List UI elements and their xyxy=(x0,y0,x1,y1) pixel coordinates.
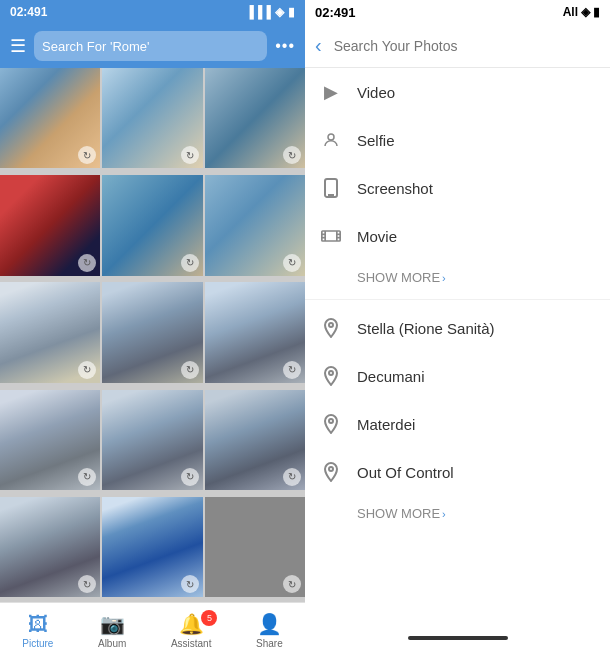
photo-cell[interactable]: ↻ xyxy=(102,497,202,597)
location-icon-1 xyxy=(319,316,343,340)
more-icon[interactable]: ••• xyxy=(275,37,295,55)
suggestion-location-stella[interactable]: Stella (Rione Sanità) xyxy=(305,304,610,352)
nav-picture[interactable]: 🖼 Picture xyxy=(22,613,53,649)
nav-assistant[interactable]: 🔔 5 Assistant xyxy=(171,612,212,649)
suggestion-location-materdei[interactable]: Materdei xyxy=(305,400,610,448)
svg-point-11 xyxy=(329,371,333,375)
right-panel: 02:491 All ◈ ▮ ‹ ▶ Video Selfie Screensh… xyxy=(305,0,610,658)
refresh-icon[interactable]: ↻ xyxy=(283,361,301,379)
left-status-icons: ▐▐▐ ◈ ▮ xyxy=(245,5,295,19)
screenshot-icon xyxy=(319,176,343,200)
photo-cell[interactable]: ↻ xyxy=(102,175,202,275)
photo-cell[interactable]: ↻ xyxy=(0,68,100,168)
nav-share-label: Share xyxy=(256,638,283,649)
photo-cell[interactable]: ↻ xyxy=(0,497,100,597)
suggestion-selfie[interactable]: Selfie xyxy=(305,116,610,164)
nav-share[interactable]: 👤 Share xyxy=(256,612,283,649)
left-search-box[interactable]: Search For 'Rome' xyxy=(34,31,267,61)
show-more-categories-button[interactable]: SHOW MORE › xyxy=(305,260,610,295)
picture-icon: 🖼 xyxy=(28,613,48,636)
refresh-icon[interactable]: ↻ xyxy=(181,361,199,379)
left-top-bar: ☰ Search For 'Rome' ••• xyxy=(0,24,305,68)
signal-icon: ▐▐▐ xyxy=(245,5,271,19)
photo-cell[interactable]: ↻ xyxy=(205,68,305,168)
refresh-icon[interactable]: ↻ xyxy=(181,146,199,164)
refresh-icon[interactable]: ↻ xyxy=(78,254,96,272)
bottom-nav: 🖼 Picture 📷 Album 🔔 5 Assistant 👤 Share xyxy=(0,602,305,658)
photo-cell[interactable]: ↻ xyxy=(0,390,100,490)
suggestion-screenshot[interactable]: Screenshot xyxy=(305,164,610,212)
back-button[interactable]: ‹ xyxy=(315,34,322,57)
show-more-categories-label: SHOW MORE xyxy=(357,270,440,285)
refresh-icon[interactable]: ↻ xyxy=(283,468,301,486)
refresh-icon[interactable]: ↻ xyxy=(181,254,199,272)
refresh-icon[interactable]: ↻ xyxy=(283,575,301,593)
suggestion-video[interactable]: ▶ Video xyxy=(305,68,610,116)
suggestion-location-stella-label: Stella (Rione Sanità) xyxy=(357,320,495,337)
refresh-icon[interactable]: ↻ xyxy=(181,468,199,486)
photo-cell[interactable]: ↻ xyxy=(205,282,305,382)
right-time: 02:491 xyxy=(315,5,355,20)
refresh-icon[interactable]: ↻ xyxy=(283,254,301,272)
suggestion-location-outofcontrol[interactable]: Out Of Control xyxy=(305,448,610,496)
battery-icon: ▮ xyxy=(288,5,295,19)
nav-album-label: Album xyxy=(98,638,126,649)
home-indicator xyxy=(408,636,508,640)
assistant-badge: 5 xyxy=(201,610,217,626)
left-time: 02:491 xyxy=(10,5,47,19)
location-section: Stella (Rione Sanità) Decumani Materdei … xyxy=(305,304,610,531)
right-status-icons: All ◈ ▮ xyxy=(563,5,600,19)
refresh-icon[interactable]: ↻ xyxy=(78,575,96,593)
show-more-locations-chevron: › xyxy=(442,508,446,520)
photo-cell[interactable]: ↻ xyxy=(102,282,202,382)
photo-cell[interactable]: ↻ xyxy=(205,390,305,490)
refresh-icon[interactable]: ↻ xyxy=(283,146,301,164)
menu-icon[interactable]: ☰ xyxy=(10,35,26,57)
nav-album[interactable]: 📷 Album xyxy=(98,612,126,649)
right-signal-text: All xyxy=(563,5,578,19)
suggestion-movie-label: Movie xyxy=(357,228,397,245)
photo-cell[interactable]: ↻ xyxy=(0,282,100,382)
suggestion-location-decumani-label: Decumani xyxy=(357,368,425,385)
photo-cell[interactable]: ↻ xyxy=(102,68,202,168)
search-suggestions: ▶ Video Selfie Screenshot Movie SHOW MOR… xyxy=(305,68,610,624)
show-more-locations-label: SHOW MORE xyxy=(357,506,440,521)
right-top-bar: ‹ xyxy=(305,24,610,68)
suggestion-video-label: Video xyxy=(357,84,395,101)
refresh-icon[interactable]: ↻ xyxy=(78,146,96,164)
photo-cell[interactable]: ↻ xyxy=(205,497,305,597)
photo-cell[interactable]: ↻ xyxy=(102,390,202,490)
assistant-icon: 🔔 xyxy=(179,612,204,636)
wifi-icon: ◈ xyxy=(275,5,284,19)
svg-point-13 xyxy=(329,467,333,471)
left-status-bar: 02:491 ▐▐▐ ◈ ▮ xyxy=(0,0,305,24)
svg-point-10 xyxy=(329,323,333,327)
album-icon: 📷 xyxy=(100,612,125,636)
right-battery-icon: ▮ xyxy=(593,5,600,19)
suggestion-location-materdei-label: Materdei xyxy=(357,416,415,433)
right-search-input[interactable] xyxy=(334,30,600,62)
photos-grid: ↻ ↻ ↻ ↻ ↻ ↻ ↻ ↻ ↻ ↻ ↻ ↻ ↻ ↻ ↻ xyxy=(0,68,305,602)
photo-cell[interactable]: ↻ xyxy=(0,175,100,275)
right-wifi-icon: ◈ xyxy=(581,5,590,19)
refresh-icon[interactable]: ↻ xyxy=(78,468,96,486)
suggestion-movie[interactable]: Movie xyxy=(305,212,610,260)
suggestion-selfie-label: Selfie xyxy=(357,132,395,149)
share-icon: 👤 xyxy=(257,612,282,636)
show-more-locations-button[interactable]: SHOW MORE › xyxy=(305,496,610,531)
svg-point-0 xyxy=(328,134,334,140)
suggestion-location-decumani[interactable]: Decumani xyxy=(305,352,610,400)
refresh-icon[interactable]: ↻ xyxy=(78,361,96,379)
right-bottom-bar xyxy=(305,624,610,658)
photo-cell[interactable]: ↻ xyxy=(205,175,305,275)
section-divider xyxy=(305,299,610,300)
refresh-icon[interactable]: ↻ xyxy=(181,575,199,593)
show-more-categories-chevron: › xyxy=(442,272,446,284)
right-status-bar: 02:491 All ◈ ▮ xyxy=(305,0,610,24)
svg-point-12 xyxy=(329,419,333,423)
suggestion-location-outofcontrol-label: Out Of Control xyxy=(357,464,454,481)
movie-icon xyxy=(319,224,343,248)
nav-picture-label: Picture xyxy=(22,638,53,649)
nav-assistant-label: Assistant xyxy=(171,638,212,649)
location-icon-3 xyxy=(319,412,343,436)
